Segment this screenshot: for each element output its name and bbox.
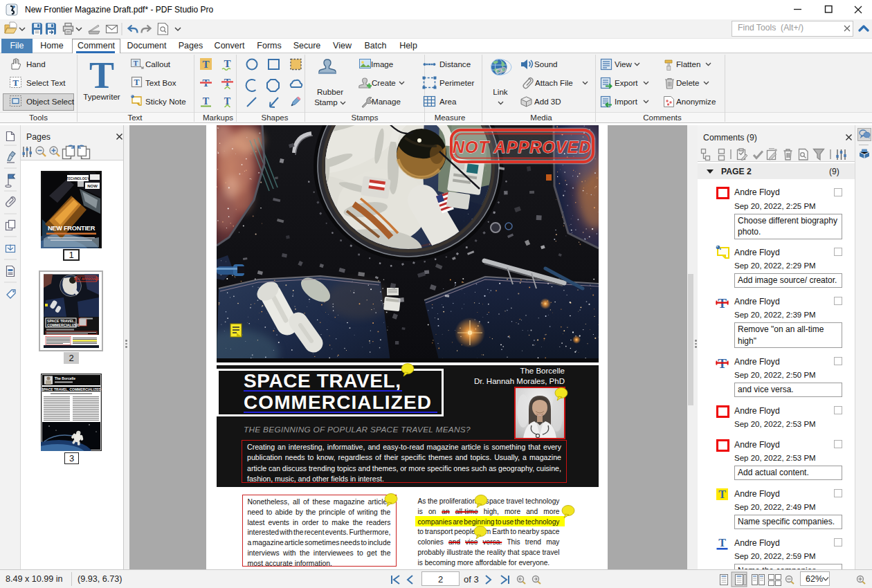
svg-text:TECHNOLOGY: TECHNOLOGY [66, 177, 89, 181]
svg-text:SPACE TRAVEL, COMMERCIALIZED: SPACE TRAVEL, COMMERCIALIZED [42, 387, 102, 392]
svg-text:NEW FRONTIER: NEW FRONTIER [48, 225, 96, 232]
svg-text:NOT APPROVED: NOT APPROVED [453, 138, 592, 156]
svg-text:T: T [718, 537, 726, 549]
svg-text:T: T [134, 59, 138, 67]
svg-text:T: T [203, 96, 210, 107]
svg-text:COMMERCIALIZED: COMMERCIALIZED [47, 323, 80, 327]
svg-text:NOT APPROVED: NOT APPROVED [74, 277, 100, 281]
svg-text:T: T [134, 77, 139, 87]
svg-text:NOW: NOW [87, 184, 98, 188]
svg-text:T: T [224, 58, 230, 69]
svg-text:The Borcelle: The Borcelle [55, 376, 75, 380]
svg-text:T: T [12, 77, 19, 88]
svg-text:T: T [202, 59, 209, 70]
